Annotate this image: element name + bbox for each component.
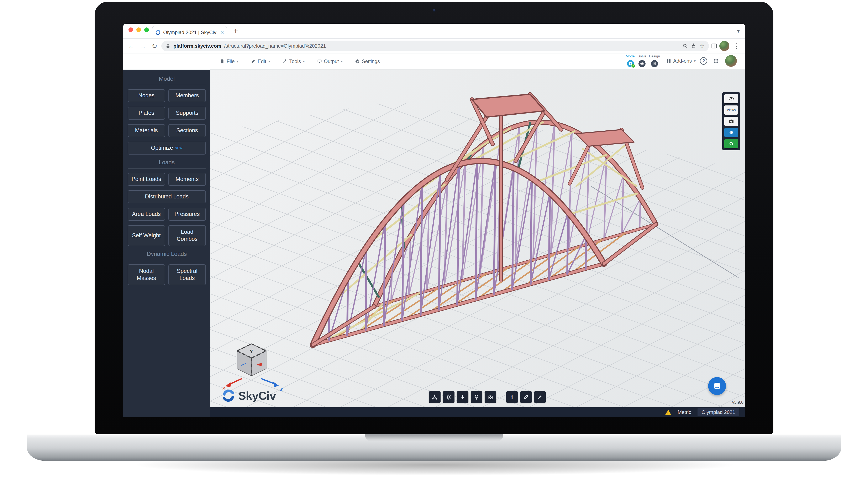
info-button[interactable]: i: [506, 391, 518, 403]
load-combos-button[interactable]: Load Combos: [168, 225, 206, 246]
skyciv-logo-text: SkyCiv: [238, 389, 276, 402]
section-divider: [128, 85, 206, 85]
supports-button[interactable]: Supports: [168, 107, 206, 120]
screenshot-button[interactable]: [724, 117, 738, 126]
plates-button[interactable]: Plates: [128, 107, 165, 120]
bookmark-star-icon[interactable]: ☆: [699, 43, 705, 49]
addons-menu[interactable]: Add-ons ▾: [666, 58, 696, 64]
step-label-solve: Solve: [638, 54, 647, 58]
sections-button[interactable]: Sections: [168, 124, 206, 137]
nodal-masses-button[interactable]: Nodal Masses: [128, 264, 165, 285]
app-version: v5.9.0: [732, 400, 743, 405]
materials-button[interactable]: Materials: [128, 124, 165, 137]
window-controls: [128, 27, 149, 32]
section-divider: [128, 260, 206, 260]
cube-y-label: Y: [249, 349, 253, 355]
project-name[interactable]: Olympiad 2021: [698, 408, 739, 416]
step-solve-button[interactable]: [639, 60, 646, 67]
pressures-button[interactable]: Pressures: [168, 208, 206, 221]
address-bar[interactable]: platform.skyciv.com /structural?preload_…: [161, 40, 709, 51]
laptop-base: [27, 434, 841, 461]
display-settings-button[interactable]: [443, 391, 455, 403]
app-main: Model Nodes Members Plates Supports Mate…: [123, 70, 745, 417]
snapshot-button[interactable]: [485, 391, 496, 403]
tab-close-icon[interactable]: ×: [220, 29, 224, 36]
ring-icon: [729, 141, 734, 146]
tab-search-chevron-icon[interactable]: ▾: [737, 28, 740, 34]
user-avatar[interactable]: [725, 55, 737, 67]
zoom-icon[interactable]: [683, 43, 688, 49]
browser-menu-icon[interactable]: ⋮: [732, 42, 742, 50]
step-model-button[interactable]: ✓: [627, 60, 634, 67]
help-button[interactable]: ?: [700, 57, 707, 65]
pencil-icon: [523, 394, 529, 400]
lightbulb-icon: [473, 394, 479, 400]
tab-strip: Olympiad 2021 | SkyCiv × + ▾: [123, 24, 745, 39]
menu-tools[interactable]: Tools ▾: [283, 58, 305, 64]
visibility-button[interactable]: [724, 94, 738, 103]
reload-button[interactable]: ↻: [150, 42, 159, 49]
monitor-icon: [317, 59, 322, 64]
info-icon: i: [511, 394, 513, 400]
menu-settings[interactable]: Settings: [355, 58, 380, 64]
laptop-screen: Olympiad 2021 | SkyCiv × + ▾ ← → ↻ platf…: [95, 2, 773, 434]
moments-button[interactable]: Moments: [168, 173, 206, 186]
sidepanel-icon[interactable]: [711, 43, 717, 49]
gear-icon: [445, 394, 452, 400]
viewport-3d-canvas[interactable]: Yxz Views: [210, 70, 745, 417]
down-arrow-icon: [460, 394, 466, 400]
area-loads-button[interactable]: Area Loads: [128, 208, 165, 221]
laptop-notch: [365, 434, 503, 441]
z-axis-label: z: [280, 386, 283, 392]
file-icon: [220, 59, 224, 64]
units-indicator[interactable]: Metric: [678, 409, 691, 415]
distributed-loads-button[interactable]: Distributed Loads: [128, 190, 206, 203]
maximize-window-button[interactable]: [144, 27, 149, 32]
minimize-window-button[interactable]: [136, 27, 141, 32]
warning-icon[interactable]: !: [665, 410, 671, 415]
nav-cube[interactable]: Yxz: [222, 344, 283, 392]
download-button[interactable]: [457, 391, 468, 403]
nodes-button[interactable]: Nodes: [128, 89, 165, 102]
share-icon[interactable]: [691, 43, 696, 49]
tools-icon: [283, 59, 287, 64]
step-label-design: Design: [649, 54, 660, 58]
ideas-button[interactable]: [471, 391, 482, 403]
browser-window: Olympiad 2021 | SkyCiv × + ▾ ← → ↻ platf…: [123, 24, 745, 417]
self-weight-button[interactable]: Self Weight: [128, 225, 165, 246]
back-button[interactable]: ←: [126, 42, 136, 49]
skyciv-favicon: [155, 30, 161, 35]
annotate-pencil-button[interactable]: [520, 391, 532, 403]
annotate-pen-button[interactable]: [534, 391, 546, 403]
step-design-button[interactable]: [651, 60, 658, 67]
tab-title: Olympiad 2021 | SkyCiv: [163, 30, 218, 35]
node-structure-icon: [432, 394, 438, 400]
skyciv-logo: SkyCiv: [222, 389, 276, 402]
members-button[interactable]: Members: [168, 89, 206, 102]
browser-tab[interactable]: Olympiad 2021 | SkyCiv ×: [152, 26, 227, 39]
model-check-badge: ✓: [631, 64, 636, 68]
menu-edit[interactable]: Edit ▾: [251, 58, 270, 64]
chat-support-button[interactable]: [708, 377, 726, 395]
close-window-button[interactable]: [128, 27, 133, 32]
bridge-model-scene[interactable]: Yxz: [210, 70, 745, 417]
optimize-button[interactable]: OptimizeNEW: [128, 142, 206, 154]
camera-icon: [728, 119, 734, 124]
apps-grid-button[interactable]: [713, 58, 719, 64]
forward-button[interactable]: →: [138, 42, 148, 49]
section-divider: [128, 168, 206, 169]
new-tab-button[interactable]: +: [233, 26, 238, 36]
view-tools: Views: [722, 92, 740, 150]
spectral-loads-button[interactable]: Spectral Loads: [168, 264, 206, 285]
skyciv-logo-icon: [222, 389, 235, 402]
renderer-button[interactable]: [724, 128, 738, 137]
views-button[interactable]: Views: [724, 106, 738, 115]
sidebar: Model Nodes Members Plates Supports Mate…: [123, 70, 210, 417]
structure-view-button[interactable]: [429, 391, 440, 403]
step-label-model: Model: [626, 54, 636, 58]
point-loads-button[interactable]: Point Loads: [128, 173, 165, 186]
menu-output[interactable]: Output ▾: [317, 58, 343, 64]
report-button[interactable]: [724, 139, 738, 148]
browser-profile-avatar[interactable]: [719, 41, 729, 51]
menu-file[interactable]: File ▾: [220, 58, 239, 64]
